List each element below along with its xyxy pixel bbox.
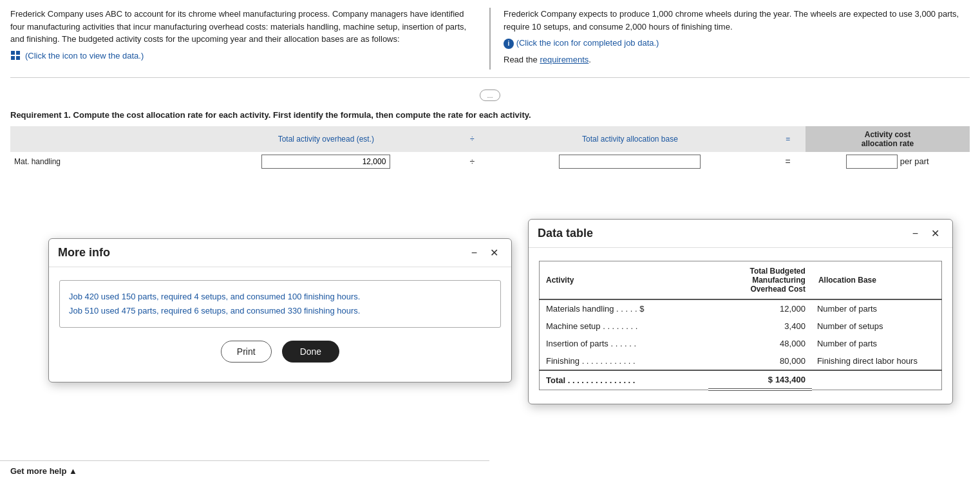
allocation-base-input[interactable] xyxy=(559,155,701,169)
right-description: Frederick Company expects to produce 1,0… xyxy=(504,8,970,33)
completed-job-link[interactable]: (Click the icon for completed job data.) xyxy=(516,37,659,50)
svg-rect-2 xyxy=(11,56,15,60)
requirement-title: Requirement 1. Compute the cost allocati… xyxy=(10,110,970,120)
col1-header: Total activity overhead (est.) xyxy=(198,126,455,152)
op2-cell: = xyxy=(770,152,805,171)
op2-header: = xyxy=(770,126,805,152)
mat-handling-label: Mat. handling xyxy=(10,152,198,171)
left-description: Frederick Company uses ABC to account fo… xyxy=(10,8,476,46)
read-requirements-text: Read the xyxy=(504,55,538,64)
grid-icon xyxy=(10,50,21,61)
op1-header: ÷ xyxy=(455,126,489,152)
requirement-section: Requirement 1. Compute the cost allocati… xyxy=(10,105,970,183)
mat-handling-row: Mat. handling ÷ = per part xyxy=(10,152,970,171)
req-text: Compute the cost allocation rate for eac… xyxy=(73,110,531,120)
completed-job-text: (Click the icon for completed job data.) xyxy=(516,37,659,50)
info-icon: i xyxy=(504,39,514,49)
view-data-link[interactable]: (Click the icon to view the data.) xyxy=(10,50,144,62)
col2-header: Total activity allocation base xyxy=(490,126,771,152)
per-part-label: per part xyxy=(900,156,929,166)
divider-row: ... xyxy=(10,86,970,105)
rate-input[interactable] xyxy=(846,155,898,169)
svg-rect-3 xyxy=(16,56,20,60)
overhead-input[interactable] xyxy=(261,155,390,169)
right-panel: Frederick Company expects to produce 1,0… xyxy=(491,8,970,70)
divider-dots[interactable]: ... xyxy=(480,90,500,101)
requirements-link[interactable]: requirements xyxy=(540,55,589,64)
svg-rect-1 xyxy=(16,51,20,55)
req-label: Requirement 1. xyxy=(10,110,71,120)
view-data-text: (Click the icon to view the data.) xyxy=(25,50,144,62)
col3-header: Activity cost allocation rate xyxy=(806,126,970,152)
left-panel: Frederick Company uses ABC to account fo… xyxy=(10,8,491,70)
op1-cell: ÷ xyxy=(455,152,489,171)
formula-table: Total activity overhead (est.) ÷ Total a… xyxy=(10,126,970,171)
svg-rect-0 xyxy=(11,51,15,55)
